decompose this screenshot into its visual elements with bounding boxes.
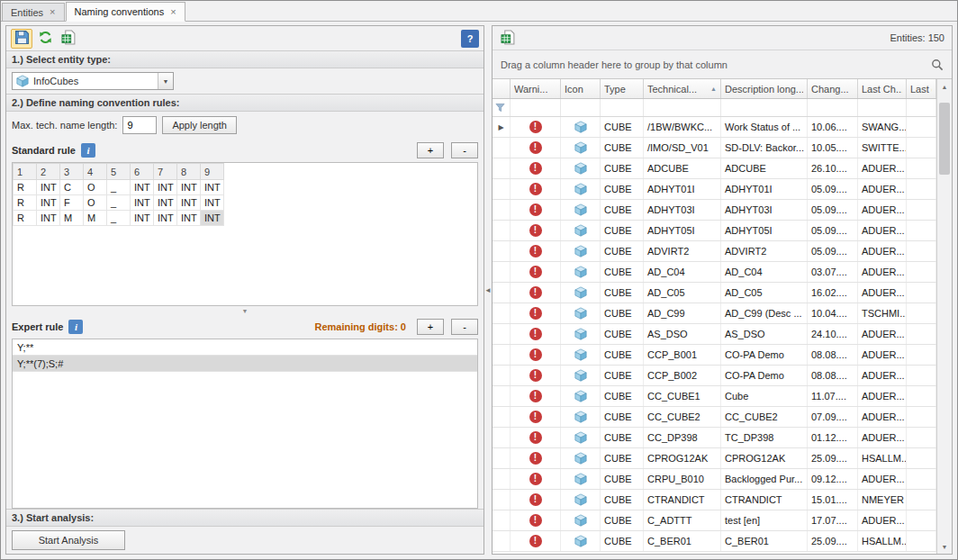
standard-rule-cell[interactable]: INT <box>177 180 201 195</box>
expert-rule-list[interactable]: Y;**Y;**(7);S;# <box>12 339 478 509</box>
standard-rule-cell[interactable]: INT <box>131 211 154 226</box>
apply-length-button[interactable]: Apply length <box>162 116 237 134</box>
info-icon[interactable]: i <box>68 320 83 334</box>
expert-rule-add-button[interactable]: + <box>417 319 444 335</box>
entity-type-dropdown[interactable]: InfoCubes ▼ <box>12 72 174 90</box>
standard-rule-cell[interactable]: F <box>60 195 84 211</box>
standard-rule-cell[interactable]: INT <box>37 195 60 211</box>
table-row[interactable]: ! CUBE CCP_B002 CO-PA Demo 08.08.... ADU… <box>493 366 936 386</box>
info-icon[interactable]: i <box>81 143 95 158</box>
standard-rule-cell[interactable]: R <box>14 195 37 211</box>
splitter-collapse-icon[interactable]: ◄ <box>484 286 492 294</box>
export-excel-button[interactable] <box>58 29 79 49</box>
filter-cell-tech[interactable] <box>644 99 721 116</box>
scrollbar-thumb[interactable] <box>939 103 950 175</box>
standard-rule-cell[interactable]: INT <box>201 195 224 211</box>
table-row[interactable]: ! CUBE /IMO/SD_V01 SD-DLV: Backor... 10.… <box>493 138 936 158</box>
standard-rule-cell[interactable]: INT <box>154 211 177 226</box>
filter-cell-lastdoc[interactable] <box>907 99 936 116</box>
expert-rule-row[interactable]: Y;** <box>13 339 477 356</box>
entity-grid-filter-row[interactable] <box>493 99 936 117</box>
standard-rule-cell[interactable]: INT <box>154 195 177 211</box>
scrollbar-track[interactable] <box>937 94 952 539</box>
standard-rule-remove-button[interactable]: - <box>451 142 478 158</box>
standard-rule-cell[interactable]: INT <box>177 211 201 226</box>
standard-rule-cell[interactable]: INT <box>154 180 177 195</box>
standard-rule-cell[interactable]: R <box>14 180 37 195</box>
standard-rule-cell[interactable]: INT <box>131 180 154 195</box>
standard-rule-cell[interactable]: R <box>14 211 37 226</box>
table-row[interactable]: ! CUBE CC_CUBE1 Cube 11.07.... ADUER... <box>493 386 936 407</box>
standard-rule-cell[interactable]: INT <box>177 195 201 211</box>
filter-cell-lastch[interactable] <box>858 99 907 116</box>
table-row[interactable]: ▶ ! CUBE /1BW/BWKC... Work Status of ...… <box>493 117 936 138</box>
table-row[interactable]: ! CUBE ADCUBE ADCUBE 26.10.... ADUER... <box>493 158 936 179</box>
table-row[interactable]: ! CUBE ADHYT03I ADHYT03I 05.09.... ADUER… <box>493 200 936 221</box>
table-row[interactable]: ! CUBE C_ADTTT test [en] 17.07.... ADUER… <box>493 510 936 531</box>
standard-rule-cell[interactable]: INT <box>131 195 154 211</box>
chevron-down-icon[interactable]: ▼ <box>158 73 173 89</box>
standard-rule-cell[interactable]: C <box>60 180 84 195</box>
standard-rule-cell[interactable]: M <box>84 211 107 226</box>
export-excel-button-right[interactable] <box>497 28 519 48</box>
standard-rule-row[interactable]: RINTMM_INTINTINTINT <box>14 211 224 226</box>
standard-rule-row[interactable]: RINTFO_INTINTINTINT <box>14 195 224 211</box>
standard-rule-cell[interactable]: _ <box>107 195 131 211</box>
standard-rule-cell[interactable]: INT <box>201 180 224 195</box>
table-row[interactable]: ! CUBE CCP_B001 CO-PA Demo 08.08.... ADU… <box>493 345 936 366</box>
table-row[interactable]: ! CUBE CTRANDICT CTRANDICT 15.01.... NME… <box>493 490 936 510</box>
standard-rule-cell[interactable]: O <box>84 180 107 195</box>
column-header-icon[interactable]: Icon <box>561 79 601 98</box>
tab-naming-conventions[interactable]: Naming conventions × <box>66 2 185 22</box>
scroll-down-icon[interactable]: ▼ <box>937 539 952 554</box>
refresh-button[interactable] <box>34 29 56 49</box>
collapse-arrow-icon[interactable]: ▼ <box>242 308 249 314</box>
table-row[interactable]: ! CUBE ADHYT05I ADHYT05I 05.09.... ADUER… <box>493 221 936 241</box>
column-header-lastdoc[interactable]: Last doc... <box>907 79 936 98</box>
column-header-warn[interactable]: Warni... <box>511 79 561 98</box>
search-icon[interactable] <box>931 59 944 71</box>
tab-entities[interactable]: Entities × <box>2 3 65 21</box>
filter-cell-type[interactable] <box>601 99 644 116</box>
table-row[interactable]: ! CUBE AS_DSO AS_DSO 24.10.... ADUER... <box>493 324 936 345</box>
filter-cell-desc[interactable] <box>721 99 808 116</box>
standard-rule-cell[interactable]: _ <box>107 211 131 226</box>
standard-rule-cell[interactable]: INT <box>201 211 224 226</box>
table-row[interactable]: ! CUBE C_BER01 C_BER01 25.09.... HSALLM.… <box>493 531 936 552</box>
vertical-scrollbar[interactable]: ▲ ▼ <box>936 79 952 554</box>
close-icon[interactable]: × <box>50 7 55 17</box>
standard-rule-cell[interactable]: O <box>84 195 107 211</box>
group-by-area[interactable]: Drag a column header here to group by th… <box>493 50 952 79</box>
panel-splitter[interactable]: ◄ <box>484 25 492 555</box>
filter-cell-icon[interactable] <box>561 99 601 116</box>
standard-rule-cell[interactable]: INT <box>37 180 60 195</box>
filter-cell-warn[interactable] <box>511 99 561 116</box>
table-row[interactable]: ! CUBE CPROG12AK CPROG12AK 25.09.... HSA… <box>493 448 936 469</box>
table-row[interactable]: ! CUBE CC_CUBE2 CC_CUBE2 07.09.... ADUER… <box>493 407 936 428</box>
help-button[interactable]: ? <box>461 30 479 48</box>
standard-rule-row[interactable]: RINTCO_INTINTINTINT <box>14 180 224 195</box>
standard-rule-cell[interactable]: INT <box>37 211 60 226</box>
table-row[interactable]: ! CUBE AD_C99 AD_C99 (Desc ... 10.04....… <box>493 303 936 324</box>
table-row[interactable]: ! CUBE CC_DP398 TC_DP398 01.12.... ADUER… <box>493 428 936 448</box>
start-analysis-button[interactable]: Start Analysis <box>12 530 125 550</box>
scroll-up-icon[interactable]: ▲ <box>937 79 952 94</box>
table-row[interactable]: ! CUBE CRPU_B010 Backlogged Pur... 09.12… <box>493 469 936 490</box>
table-row[interactable]: ! CUBE ADVIRT2 ADVIRT2 05.09.... ADUER..… <box>493 241 936 262</box>
standard-rule-cell[interactable]: _ <box>107 180 131 195</box>
filter-icon[interactable] <box>493 99 511 116</box>
column-header-tech[interactable]: Technical...▲ <box>644 79 721 98</box>
standard-rule-grid[interactable]: 123456789RINTCO_INTINTINTINTRINTFO_INTIN… <box>12 162 478 306</box>
standard-rule-add-button[interactable]: + <box>417 142 444 158</box>
table-row[interactable]: ! CUBE ADHYT01I ADHYT01I 05.09.... ADUER… <box>493 179 936 200</box>
column-header-chang[interactable]: Chang... <box>808 79 858 98</box>
column-header-lastch[interactable]: Last Ch... <box>858 79 907 98</box>
max-length-input[interactable] <box>122 116 157 134</box>
filter-cell-chang[interactable] <box>808 99 858 116</box>
table-row[interactable]: ! CUBE AD_C05 AD_C05 16.02.... ADUER... <box>493 283 936 303</box>
expert-rule-row[interactable]: Y;**(7);S;# <box>13 356 477 372</box>
standard-rule-cell[interactable]: M <box>60 211 84 226</box>
expert-rule-remove-button[interactable]: - <box>451 319 478 335</box>
close-icon[interactable]: × <box>170 7 176 17</box>
save-button[interactable] <box>11 29 32 49</box>
